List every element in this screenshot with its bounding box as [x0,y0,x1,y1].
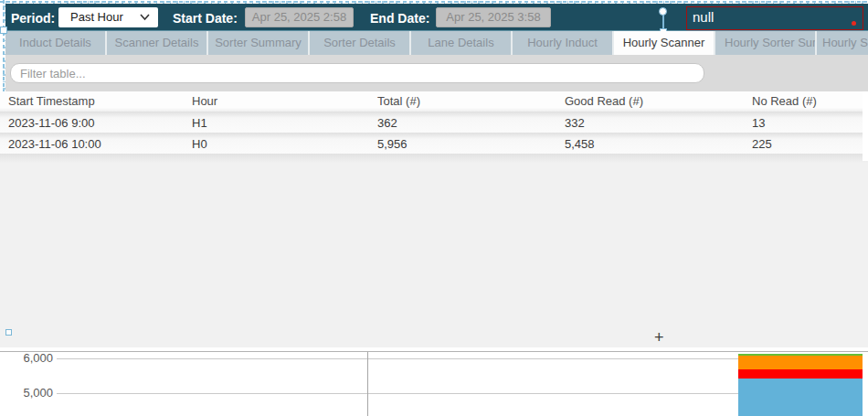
table-right-gutter [863,91,868,161]
cell-total: 5,956 [377,133,565,155]
tab-hourly-sorter-details[interactable]: Hourly Sort [817,31,868,55]
start-date-label: Start Date: [173,11,238,26]
filter-table-input[interactable] [10,63,704,83]
toolbar: Period: Past Hour Start Date: Apr 25, 20… [5,4,868,31]
period-select-value: Past Hour [70,10,123,24]
app-canvas: Period: Past Hour Start Date: Apr 25, 20… [0,0,868,416]
col-good-read: Good Read (#) [565,91,752,112]
cell-hour: H0 [192,133,377,155]
end-date-input[interactable]: Apr 25, 2025 3:58 PM [436,7,551,27]
tab-bar: Induct Details Scanner Details Sorter Su… [5,31,868,55]
plus-icon: + [654,328,664,347]
col-total: Total (#) [377,91,565,112]
selection-handle-circle[interactable] [659,7,667,16]
tab-sorter-details[interactable]: Sorter Details [310,31,411,55]
hourly-scanner-table: Start Timestamp Hour Total (#) Good Read… [0,91,868,163]
null-value-text: null [693,9,714,25]
error-dot-icon [852,21,856,26]
segment-orange [738,356,863,369]
cell-hour: H1 [192,112,377,134]
tab-scanner-details[interactable]: Scanner Details [107,31,208,55]
tab-induct-details[interactable]: Induct Details [5,31,107,55]
cell-no-read: 13 [752,112,868,134]
start-date-input[interactable]: Apr 25, 2025 2:58 PM [245,7,354,27]
col-hour: Hour [192,91,377,112]
period-label: Period: [11,11,55,26]
empty-panel-area [0,163,868,347]
segment-blue [738,379,863,416]
cell-no-read: 225 [752,133,868,155]
table-row[interactable]: 2023-11-06 10:00 H0 5,956 5,458 225 [0,133,868,154]
hourly-scanner-chart: 6,000 5,000 [0,351,868,416]
cell-total: 362 [377,112,565,134]
cell-start-timestamp: 2023-11-06 9:00 [8,112,192,134]
cell-good-read: 332 [565,112,752,134]
table-row[interactable]: 2023-11-06 9:00 H1 362 332 13 [0,112,868,133]
chevron-down-icon [140,14,150,21]
cell-good-read: 5,458 [565,133,752,155]
col-start-timestamp: Start Timestamp [8,91,192,112]
tab-hourly-induct[interactable]: Hourly Induct [513,31,614,55]
null-value-field[interactable]: null [686,6,863,30]
segment-red [738,369,863,379]
table-header-row: Start Timestamp Hour Total (#) Good Read… [0,91,868,112]
add-panel-button[interactable]: + [654,328,664,347]
cell-start-timestamp: 2023-11-06 10:00 [8,133,192,155]
tab-hourly-scanner[interactable]: Hourly Scanner [614,31,715,55]
chart-resize-handle[interactable] [5,329,12,336]
end-date-label: End Date: [370,11,429,26]
tab-sorter-summary[interactable]: Sorter Summary [208,31,310,55]
filter-bar [5,55,868,91]
col-no-read: No Read (#) [752,91,868,112]
period-select[interactable]: Past Hour [58,7,158,27]
tab-hourly-sorter-summary[interactable]: Hourly Sorter Summary [715,31,817,55]
chart-right-gutter [863,352,868,416]
resize-handle[interactable] [0,27,7,34]
tab-lane-details[interactable]: Lane Details [411,31,513,55]
stacked-bar-host [0,352,868,416]
